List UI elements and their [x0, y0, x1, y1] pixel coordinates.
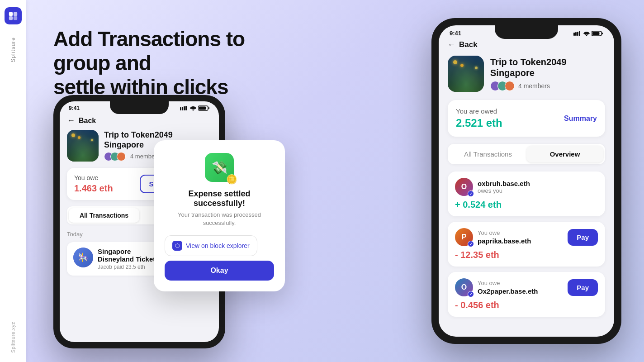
back-arrow-right[interactable]: ←: [448, 40, 455, 49]
person-left-oxbruh: O ✓ oxbruh.base.eth owes you: [455, 178, 530, 196]
time-left: 9:41: [69, 105, 80, 111]
r-balance-label: You are owed: [456, 107, 502, 115]
person-avatar-paprika: P ✓: [455, 228, 473, 246]
app-logo: [5, 7, 22, 24]
modal-title: Expense settled successfully!: [165, 189, 274, 208]
back-label-left: Back: [79, 117, 96, 125]
back-row-left[interactable]: ← Back: [67, 113, 212, 130]
svg-rect-7: [185, 106, 187, 110]
person-name-oxbruh: oxbruh.base.eth: [478, 180, 530, 187]
tab-all-left[interactable]: All Transactions: [69, 208, 139, 223]
person-info-paprika: You owe paprika.base.eth: [478, 229, 531, 245]
svg-rect-15: [579, 31, 580, 36]
tabs-right: All Transactions Overview: [448, 144, 605, 164]
svg-rect-11: [208, 107, 209, 109]
site-url: Splitsure.xyz: [10, 322, 16, 353]
pay-button-ox2paper[interactable]: Pay: [568, 279, 598, 296]
status-icons-right: [573, 31, 603, 36]
svg-rect-13: [575, 32, 577, 36]
brand-name: Splitsure: [10, 37, 16, 62]
okay-button[interactable]: Okay: [165, 261, 274, 281]
balance-info-left: You owe 1.463 eth: [74, 174, 113, 194]
person-top-oxbruh: O ✓ oxbruh.base.eth owes you: [455, 178, 598, 196]
person-name-ox2paper: Ox2paper.base.eth: [478, 287, 538, 295]
status-icons-left: [180, 105, 210, 111]
verified-badge-ox2paper: ✓: [468, 291, 474, 297]
r-members-count: 4 members: [518, 82, 550, 90]
svg-rect-3: [14, 16, 17, 20]
svg-point-8: [193, 110, 194, 111]
svg-rect-10: [199, 107, 206, 110]
sidebar: Splitsure Splitsure.xyz: [0, 0, 26, 362]
modal-coins: 🪙: [226, 174, 237, 185]
svg-rect-1: [14, 12, 17, 16]
headline-text: Add Transactions to group and settle wit…: [53, 27, 279, 99]
svg-rect-6: [184, 106, 185, 110]
back-arrow-left[interactable]: ←: [67, 116, 75, 125]
verified-badge-paprika: ✓: [468, 241, 474, 247]
svg-rect-12: [573, 33, 575, 36]
group-image-left: [67, 130, 99, 162]
person-item-ox2paper: O ✓ You owe Ox2paper.base.eth Pay - 0.45…: [448, 272, 605, 317]
headline-line1: Add Transactions to group and: [53, 27, 245, 75]
time-right: 9:41: [450, 30, 461, 37]
person-name-paprika: paprika.base.eth: [478, 237, 531, 245]
person-info-ox2paper: You owe Ox2paper.base.eth: [478, 280, 538, 295]
members-row-right: 4 members: [490, 81, 605, 91]
you-owe-label-ox2paper: You owe: [478, 280, 538, 286]
svg-rect-0: [9, 12, 13, 16]
person-avatar-ox2paper: O ✓: [455, 278, 473, 296]
phone-right-screen: 9:41 ← Back: [439, 25, 614, 337]
person-amount-oxbruh: + 0.524 eth: [455, 200, 598, 210]
person-avatar-oxbruh: O ✓: [455, 178, 473, 196]
block-explorer-icon: ⬡: [172, 241, 182, 251]
group-info-right: Trip to Token2049Singapore 4 members: [490, 57, 605, 91]
group-title-right: Trip to Token2049Singapore: [490, 57, 605, 78]
balance-info-right: You are owed 2.521 eth: [456, 107, 502, 129]
back-row-right[interactable]: ← Back: [448, 38, 605, 56]
r-tab-overview[interactable]: Overview: [526, 146, 603, 162]
member-avatar-3: [117, 152, 126, 161]
tx-icon: 🎠: [73, 248, 93, 267]
modal-icon-container: 💸 🪙: [205, 153, 234, 182]
svg-rect-19: [602, 33, 603, 34]
modal-card: 💸 🪙 Expense settled successfully! Your t…: [154, 140, 285, 291]
svg-rect-5: [182, 107, 183, 110]
svg-rect-2: [9, 16, 13, 20]
person-amount-paprika: - 12.35 eth: [455, 250, 598, 260]
pay-button-paprika[interactable]: Pay: [568, 229, 598, 246]
svg-rect-14: [577, 32, 578, 36]
person-item-oxbruh: O ✓ oxbruh.base.eth owes you + 0.524 eth: [448, 171, 605, 216]
person-item-paprika: P ✓ You owe paprika.base.eth Pay - 12.35…: [448, 222, 605, 267]
balance-label-left: You owe: [74, 174, 113, 181]
view-block-explorer-label: View on block explorer: [186, 242, 250, 249]
phone-notch-left: [110, 101, 169, 114]
back-label-right: Back: [459, 40, 478, 49]
r-tab-all[interactable]: All Transactions: [450, 146, 526, 162]
phone-right-content: ← Back Trip to Token2049Singapore: [439, 38, 614, 327]
person-status-oxbruh: owes you: [478, 187, 530, 194]
r-member-avatar-3: [505, 81, 515, 91]
r-balance-amount: 2.521 eth: [456, 117, 502, 129]
phone-right: 9:41 ← Back: [431, 18, 621, 344]
svg-rect-18: [592, 32, 600, 35]
person-left-ox2paper: O ✓ You owe Ox2paper.base.eth: [455, 278, 538, 296]
group-image-right: [448, 56, 484, 92]
person-top-paprika: P ✓ You owe paprika.base.eth Pay: [455, 228, 598, 246]
svg-rect-4: [180, 107, 181, 110]
modal-subtitle: Your transaction was processed successfu…: [165, 211, 274, 227]
person-top-ox2paper: O ✓ You owe Ox2paper.base.eth Pay: [455, 278, 598, 296]
balance-section-right: You are owed 2.521 eth Summary: [448, 100, 605, 137]
verified-badge-oxbruh: ✓: [468, 191, 474, 197]
svg-point-16: [586, 34, 587, 36]
person-amount-ox2paper: - 0.456 eth: [455, 300, 598, 310]
balance-amount-left: 1.463 eth: [74, 183, 113, 194]
person-left-paprika: P ✓ You owe paprika.base.eth: [455, 228, 531, 246]
view-block-explorer-button[interactable]: ⬡ View on block explorer: [165, 235, 257, 256]
summary-button[interactable]: Summary: [564, 114, 597, 123]
person-info-oxbruh: oxbruh.base.eth owes you: [478, 180, 530, 194]
you-owe-label-paprika: You owe: [478, 229, 531, 236]
phone-notch-right: [495, 25, 558, 39]
group-header-right: Trip to Token2049Singapore 4 members: [448, 56, 605, 92]
headline-section: Add Transactions to group and settle wit…: [53, 27, 279, 99]
